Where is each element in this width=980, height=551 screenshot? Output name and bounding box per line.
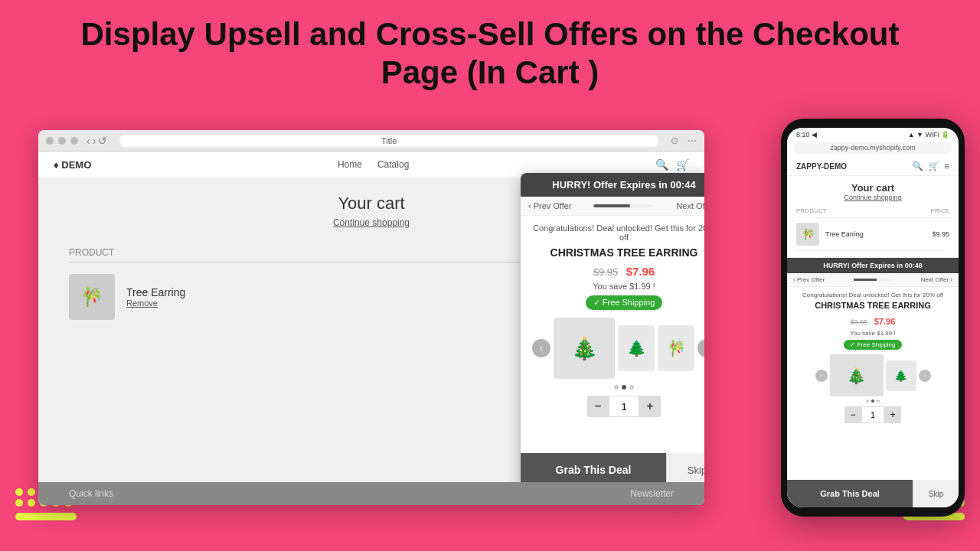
phone-popup-congrats: Congratulations! Deal unlocked! Get this… [795,292,951,298]
phone-progress-bar [854,279,892,281]
phone-shop-header: ZAPPY-DEMO 🔍 🛒 ≡ [787,157,959,176]
qty-increase-button[interactable]: + [639,396,661,417]
phone-quantity: − 1 + [795,406,951,423]
popup-images: ‹ 🎄 🌲 🎋 › [532,318,704,379]
next-offer-button[interactable]: Next Offer › [676,201,704,210]
popup-timer: HURRY! Offer Expires in 00:44 [521,173,704,197]
phone-qty-value: 1 [861,406,884,423]
phone-search-icon[interactable]: 🔍 [912,161,923,171]
popup-prev-image-button[interactable]: ‹ [532,339,550,357]
popup-progress-bar [593,204,655,207]
phone-popup-images: ‹ 🎄 🌲 › [795,354,951,396]
popup-old-price: $9.95 [593,266,619,278]
footer-quick-links: Quick links [69,488,113,499]
dot [28,488,35,496]
phone-url-bar[interactable]: zappy-demo.myshopify.com [793,142,952,154]
phone-side-image: 🌲 [886,360,916,391]
popup-progress-fill [593,204,630,207]
phone-qty-increase[interactable]: + [884,406,901,423]
popup-dot-1 [614,385,619,390]
phone-dot-3 [877,399,880,403]
phone-progress-fill [854,279,877,281]
phone-grab-deal-button[interactable]: Grab This Deal [787,480,913,507]
phone-time: 8:10 ◀ [796,131,817,139]
cart-icon[interactable]: 🛒 [676,158,689,171]
popup-body: Congratulations! Deal unlocked! Get this… [521,216,704,453]
refresh-icon[interactable]: ↺ [98,135,107,147]
yellow-bar [15,513,77,520]
phone-url-text: zappy-demo.myshopify.com [830,144,915,152]
popup-new-price: $7.96 [626,265,655,278]
phone-continue-shopping[interactable]: Continue shopping [796,194,949,201]
phone-main-image: 🎄 [830,354,884,396]
browser-menu-icon[interactable]: ⋯ [688,135,697,146]
upsell-popup: HURRY! Offer Expires in 00:44 ‹ Prev Off… [521,173,704,502]
phone-cart-item: 🎋 Tree Earring $9.95 [796,218,949,251]
phone-popup-product-title: CHRISTMAS TREE EARRING [795,301,951,310]
phone-dot-1 [866,399,869,403]
phone-popup-nav: ‹ Prev Offer Next Offer › [787,273,959,287]
cart-item-image: 🎋 [69,274,115,320]
popup-side-image-1: 🌲 [618,325,655,371]
phone-cart-icon[interactable]: 🛒 [928,161,939,171]
phone-upsell-popup: HURRY! Offer Expires in 00:48 ‹ Prev Off… [787,257,959,507]
phone-dot-2[interactable] [871,399,874,403]
shop-icons: 🔍 🛒 [655,158,689,171]
browser-settings-icon[interactable]: ⊙ [671,135,678,146]
popup-pricing: $9.95 $7.96 [532,265,704,279]
phone-col-price: PRICE [931,207,949,214]
col-product: PRODUCT [69,247,114,258]
popup-image-dots [532,385,704,390]
phone-popup-body: Congratulations! Deal unlocked! Get this… [787,287,959,480]
browser-content: ♦ DEMO Home Catalog 🔍 🛒 Your cart Contin… [38,152,704,505]
search-icon[interactable]: 🔍 [655,158,668,171]
qty-decrease-button[interactable]: − [587,396,609,417]
phone-menu-icon[interactable]: ≡ [944,161,949,171]
browser-dot-green [70,137,78,145]
browser-toolbar: ‹ › ↺ Title ⊙ ⋯ [38,130,704,152]
nav-catalog[interactable]: Catalog [377,159,409,170]
nav-home[interactable]: Home [338,159,362,170]
page-title: Display Upsell and Cross-Sell Offers on … [0,0,980,104]
popup-quantity: − 1 + [532,396,704,417]
popup-dot-2[interactable] [622,385,626,390]
popup-savings: You save $1.99 ! [532,282,704,291]
popup-next-image-button[interactable]: › [697,339,704,357]
dot [15,488,23,496]
phone-shop-logo: ZAPPY-DEMO [796,162,847,171]
phone-qty-decrease[interactable]: − [844,406,861,423]
phone-cart-title: Your cart [796,182,949,194]
phone-prev-img-btn[interactable]: ‹ [815,370,828,382]
phone-mockup: 8:10 ◀ ▲ ▼ WiFi 🔋 zappy-demo.myshopify.c… [781,119,965,517]
forward-icon[interactable]: › [93,135,96,147]
qty-value: 1 [609,396,639,417]
browser-url-bar[interactable]: Title [119,135,658,147]
shop-logo: ♦ DEMO [54,159,91,171]
popup-main-image: 🎄 [554,318,615,379]
phone-old-price: $9.95 [851,318,868,326]
popup-nav-bar: ‹ Prev Offer Next Offer › [521,197,704,216]
phone-prev-offer[interactable]: ‹ Prev Offer [793,276,825,283]
phone-next-img-btn[interactable]: › [919,370,931,382]
url-text: Title [381,136,397,145]
popup-dot-3 [629,385,634,390]
back-icon[interactable]: ‹ [87,135,90,147]
phone-item-price: $9.95 [932,230,949,238]
phone-table-header: PRODUCT PRICE [796,207,949,218]
phone-new-price: $7.96 [874,317,896,326]
popup-free-shipping: ✓ Free Shipping [586,295,663,310]
phone-skip-button[interactable]: Skip [913,480,959,507]
phone-free-shipping: ✓ Free Shipping [844,340,901,350]
phone-popup-footer: Grab This Deal Skip [787,480,959,507]
footer-newsletter: Newsletter [630,488,674,499]
phone-popup-pricing: $9.95 $7.96 [795,314,951,328]
dot [15,499,23,507]
popup-side-image-2: 🎋 [658,325,694,371]
phone-next-offer[interactable]: Next Offer › [921,276,952,283]
phone-savings: You save $1.99 ! [795,330,951,337]
phone-image-dots [795,399,951,403]
prev-offer-button[interactable]: ‹ Prev Offer [528,201,572,210]
phone-status-bar: 8:10 ◀ ▲ ▼ WiFi 🔋 [787,128,959,142]
popup-congrats: Congratulations! Deal unlocked! Get this… [532,223,704,242]
browser-mockup: ‹ › ↺ Title ⊙ ⋯ ♦ DEMO Home Catalog 🔍 🛒 … [38,130,704,505]
